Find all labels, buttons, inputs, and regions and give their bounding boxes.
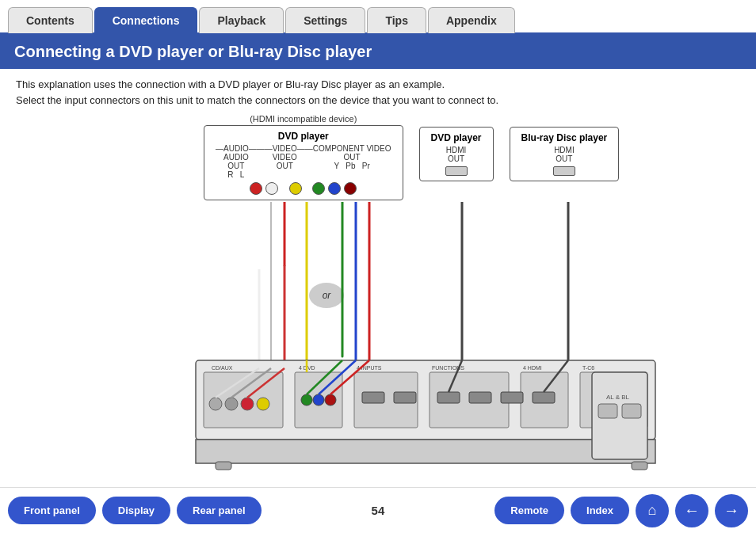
svg-rect-27 — [362, 392, 384, 403]
svg-rect-29 — [437, 392, 460, 403]
forward-button[interactable]: → — [715, 494, 748, 527]
back-button[interactable]: ← — [675, 494, 708, 527]
svg-rect-31 — [501, 392, 523, 403]
display-button[interactable]: Display — [102, 497, 170, 524]
svg-text:AL & BL: AL & BL — [606, 394, 630, 401]
back-arrow-icon: ← — [684, 501, 700, 520]
home-icon: ⌂ — [648, 502, 657, 519]
tab-appendix[interactable]: Appendix — [428, 7, 515, 33]
top-navigation: Contents Connections Playback Settings T… — [0, 0, 756, 35]
svg-rect-40 — [216, 462, 231, 470]
page-title: Connecting a DVD player or Blu-ray Disc … — [0, 35, 756, 69]
hdmi-port-dvd — [445, 166, 468, 176]
audio-r-connector — [250, 182, 262, 195]
audio-l-connector — [265, 182, 278, 195]
svg-text:T-C6: T-C6 — [582, 365, 594, 371]
remote-button[interactable]: Remote — [494, 497, 564, 524]
svg-rect-32 — [533, 392, 555, 403]
tab-connections[interactable]: Connections — [94, 7, 198, 33]
svg-rect-28 — [394, 392, 416, 403]
tab-contents[interactable]: Contents — [8, 7, 93, 33]
bottom-navigation: Front panel Display Rear panel 54 Remote… — [0, 487, 756, 533]
svg-rect-41 — [632, 462, 647, 470]
component-pr-connector — [344, 182, 357, 195]
device-box-dvd1: DVD player —AUDIO—AUDIOOUTR L ——VIDEO——V… — [204, 125, 403, 200]
forward-arrow-icon: → — [724, 501, 739, 520]
diagram-wrapper: (HDMI incompatible device) DVD player —A… — [77, 114, 679, 471]
page-number: 54 — [372, 504, 385, 517]
svg-rect-39 — [196, 440, 655, 463]
component-pb-connector — [328, 182, 341, 195]
component-y-connector — [312, 182, 325, 195]
connection-diagram: or — [93, 202, 663, 471]
svg-rect-43 — [598, 404, 617, 418]
device-box-bluray: Blu-ray Disc player HDMIOUT — [510, 127, 620, 181]
svg-point-23 — [257, 398, 269, 410]
device-box-dvd2: DVD player HDMIOUT — [419, 127, 494, 181]
svg-rect-44 — [622, 404, 641, 418]
video-out-connector — [289, 182, 302, 195]
front-panel-button[interactable]: Front panel — [8, 497, 96, 524]
svg-point-24 — [301, 394, 312, 405]
tab-settings[interactable]: Settings — [285, 7, 365, 33]
bottom-nav-left: Front panel Display Rear panel — [8, 497, 262, 524]
hdmi-note: (HDMI incompatible device) — [250, 114, 357, 124]
bottom-nav-right: Remote Index ⌂ ← → — [494, 494, 748, 527]
svg-point-22 — [241, 398, 254, 410]
tab-playback[interactable]: Playback — [199, 7, 284, 33]
index-button[interactable]: Index — [571, 497, 629, 524]
tab-tips[interactable]: Tips — [367, 7, 426, 33]
svg-point-21 — [225, 398, 238, 410]
main-content: This explanation uses the connection wit… — [0, 69, 756, 479]
hdmi-port-bluray — [553, 166, 575, 176]
svg-point-20 — [209, 398, 222, 410]
description: This explanation uses the connection wit… — [16, 77, 740, 108]
rear-panel-button[interactable]: Rear panel — [177, 497, 261, 524]
svg-point-25 — [313, 394, 324, 405]
svg-text:4 HDMI: 4 HDMI — [523, 365, 542, 371]
diagram-area: (HDMI incompatible device) DVD player —A… — [16, 114, 740, 471]
svg-rect-30 — [469, 392, 491, 403]
svg-text:CD/AUX: CD/AUX — [212, 365, 233, 371]
home-button[interactable]: ⌂ — [636, 494, 669, 527]
svg-text:or: or — [323, 290, 332, 301]
svg-point-26 — [325, 394, 336, 405]
